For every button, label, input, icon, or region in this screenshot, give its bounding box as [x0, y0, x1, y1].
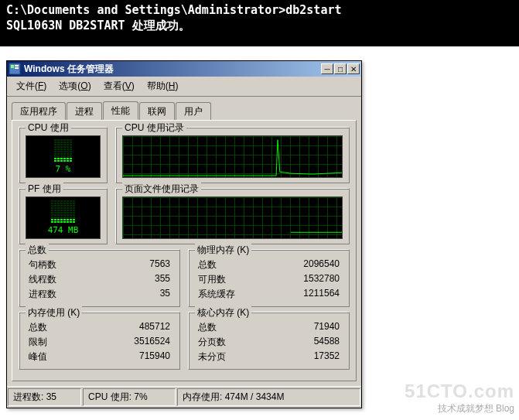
pf-history-title: 页面文件使用记录 — [122, 183, 201, 196]
commit-limit-label: 限制 — [29, 336, 47, 349]
tab-performance[interactable]: 性能 — [103, 101, 138, 120]
watermark-tagline: 技术成就梦想 Blog — [405, 402, 514, 415]
processes-value: 35 — [160, 288, 170, 301]
terminal-output: C:\Documents and Settings\Administrator>… — [0, 0, 519, 46]
pf-usage-value: 474 MB — [48, 225, 79, 235]
physmem-group: 物理内存 (K) 总数2096540 可用数1532780 系统缓存121156… — [188, 249, 350, 307]
performance-panel: CPU 使用 7 % — [12, 120, 357, 381]
status-processes: 进程数: 35 — [8, 388, 81, 406]
handles-label: 句柄数 — [29, 258, 56, 271]
menu-options[interactable]: 选项(O) — [53, 78, 97, 94]
close-button[interactable]: ✕ — [347, 63, 360, 74]
svg-rect-2 — [15, 65, 19, 67]
kernel-nonpaged-value: 17352 — [314, 350, 340, 364]
svg-rect-1 — [11, 65, 14, 68]
tab-processes[interactable]: 进程 — [67, 102, 102, 121]
processes-label: 进程数 — [29, 288, 56, 301]
tab-applications[interactable]: 应用程序 — [12, 102, 66, 121]
physmem-cache-label: 系统缓存 — [198, 288, 235, 301]
watermark-brand: 51CTO.com — [405, 381, 514, 402]
threads-label: 线程数 — [29, 273, 56, 286]
commit-total-value: 485712 — [139, 321, 170, 334]
commit-title: 内存使用 (K) — [26, 306, 82, 319]
commit-group: 内存使用 (K) 总数485712 限制3516524 峰值715940 — [19, 312, 180, 370]
cpu-history-title: CPU 使用记录 — [122, 121, 186, 135]
terminal-line-2: SQL1063N DB2START 处理成功。 — [6, 19, 513, 34]
kernel-nonpaged-label: 未分页 — [198, 350, 226, 364]
tab-users[interactable]: 用户 — [176, 102, 211, 121]
cpu-usage-title: CPU 使用 — [26, 121, 71, 135]
menu-view[interactable]: 查看(V) — [97, 78, 141, 94]
svg-rect-3 — [15, 67, 19, 69]
menu-help[interactable]: 帮助(H) — [141, 78, 185, 94]
terminal-line-1: C:\Documents and Settings\Administrator>… — [6, 3, 513, 19]
kernel-group: 核心内存 (K) 总数71940 分页数54588 未分页17352 — [188, 312, 350, 370]
tabstrip: 应用程序 进程 性能 联网 用户 — [12, 101, 357, 120]
physmem-total-value: 2096540 — [303, 258, 340, 271]
cpu-history-graph — [122, 135, 343, 178]
window-title: Windows 任务管理器 — [24, 63, 321, 76]
physmem-title: 物理内存 (K) — [195, 244, 251, 257]
cpu-usage-meter: 7 % — [26, 135, 101, 178]
task-manager-window: Windows 任务管理器 ─ □ ✕ 文件(F) 选项(O) 查看(V) 帮助… — [6, 60, 362, 408]
threads-value: 355 — [155, 273, 170, 286]
cpu-usage-group: CPU 使用 7 % — [19, 127, 108, 183]
commit-limit-value: 3516524 — [134, 336, 170, 349]
pf-usage-title: PF 使用 — [26, 183, 63, 196]
menu-file[interactable]: 文件(F) — [10, 78, 53, 94]
kernel-paged-value: 54588 — [314, 336, 340, 349]
totals-group: 总数 句柄数7563 线程数355 进程数35 — [19, 249, 180, 307]
status-memory: 内存使用: 474M / 3434M — [177, 388, 360, 406]
tab-networking[interactable]: 联网 — [139, 102, 175, 121]
pf-history-graph — [122, 196, 343, 239]
cpu-usage-value: 7 % — [56, 164, 71, 174]
watermark: 51CTO.com 技术成就梦想 Blog — [405, 381, 514, 415]
minimize-button[interactable]: ─ — [321, 63, 333, 74]
pf-usage-meter: 474 MB — [26, 196, 101, 239]
kernel-total-label: 总数 — [198, 321, 217, 334]
kernel-title: 核心内存 (K) — [195, 306, 251, 319]
pf-usage-group: PF 使用 474 MB — [19, 188, 108, 244]
totals-title: 总数 — [26, 244, 49, 257]
statusbar: 进程数: 35 CPU 使用: 7% 内存使用: 474M / 3434M — [7, 386, 361, 408]
commit-peak-value: 715940 — [139, 350, 170, 364]
physmem-avail-value: 1532780 — [303, 273, 340, 286]
commit-peak-label: 峰值 — [29, 350, 47, 364]
titlebar[interactable]: Windows 任务管理器 ─ □ ✕ — [7, 61, 361, 77]
handles-value: 7563 — [149, 258, 170, 271]
menubar: 文件(F) 选项(O) 查看(V) 帮助(H) — [7, 77, 361, 97]
pf-history-group: 页面文件使用记录 — [115, 188, 350, 244]
app-icon — [9, 63, 21, 75]
cpu-history-group: CPU 使用记录 — [115, 127, 350, 183]
kernel-total-value: 71940 — [314, 321, 340, 334]
status-cpu: CPU 使用: 7% — [83, 388, 176, 406]
commit-total-label: 总数 — [29, 321, 47, 334]
physmem-total-label: 总数 — [198, 258, 217, 271]
physmem-avail-label: 可用数 — [198, 273, 226, 286]
maximize-button[interactable]: □ — [334, 63, 347, 74]
kernel-paged-label: 分页数 — [198, 336, 226, 349]
physmem-cache-value: 1211564 — [303, 288, 340, 301]
